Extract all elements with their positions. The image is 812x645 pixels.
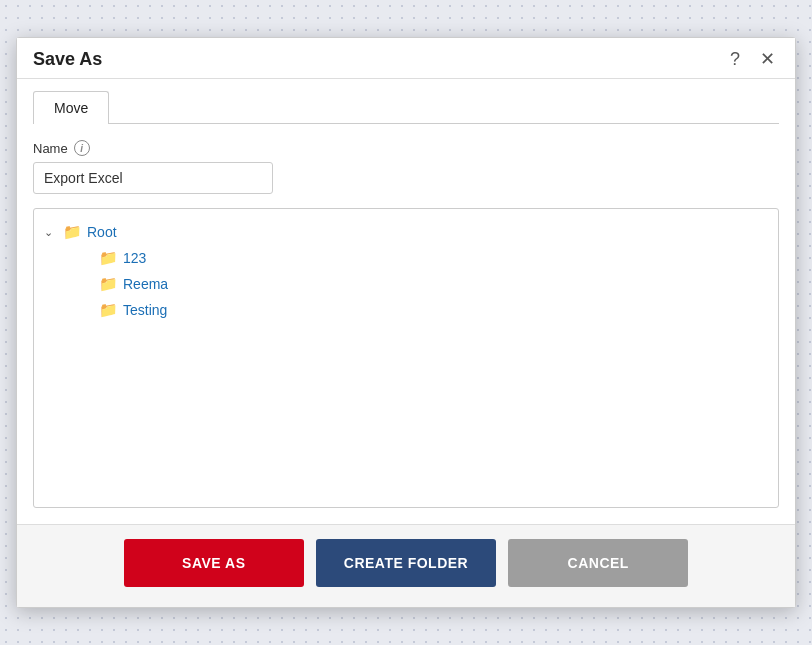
tree-item-123[interactable]: 📁 123: [80, 245, 768, 271]
name-input[interactable]: [33, 162, 273, 194]
dialog-title: Save As: [33, 49, 102, 70]
cancel-button[interactable]: CANCEL: [508, 539, 688, 587]
tree-item-root-label: Root: [87, 224, 117, 240]
save-as-dialog: Save As ? ✕ Move Name i ⌄ 📁 Root: [16, 37, 796, 608]
tree-children: 📁 123 📁 Reema 📁 Testing: [44, 245, 768, 323]
close-button[interactable]: ✕: [756, 48, 779, 70]
tree-item-root[interactable]: ⌄ 📁 Root: [44, 219, 768, 245]
tree-item-123-label: 123: [123, 250, 146, 266]
header-actions: ? ✕: [726, 48, 779, 70]
tree-item-testing[interactable]: 📁 Testing: [80, 297, 768, 323]
dialog-header: Save As ? ✕: [17, 38, 795, 79]
folder-icon: 📁: [99, 301, 118, 319]
dialog-body: Move Name i ⌄ 📁 Root 📁 123: [17, 79, 795, 524]
folder-icon: 📁: [99, 275, 118, 293]
tree-item-testing-label: Testing: [123, 302, 167, 318]
folder-tree: ⌄ 📁 Root 📁 123 📁 Reema 📁: [33, 208, 779, 508]
dialog-footer: SAVE AS CREATE FOLDER CANCEL: [17, 524, 795, 607]
name-info-icon: i: [74, 140, 90, 156]
folder-icon: 📁: [99, 249, 118, 267]
tree-item-reema-label: Reema: [123, 276, 168, 292]
tree-item-reema[interactable]: 📁 Reema: [80, 271, 768, 297]
create-folder-button[interactable]: CREATE FOLDER: [316, 539, 496, 587]
chevron-down-icon: ⌄: [44, 226, 58, 239]
folder-icon: 📁: [63, 223, 82, 241]
tab-move[interactable]: Move: [33, 91, 109, 124]
name-field-label: Name i: [33, 140, 779, 156]
save-as-button[interactable]: SAVE AS: [124, 539, 304, 587]
tab-bar: Move: [33, 91, 779, 124]
help-button[interactable]: ?: [726, 48, 744, 70]
